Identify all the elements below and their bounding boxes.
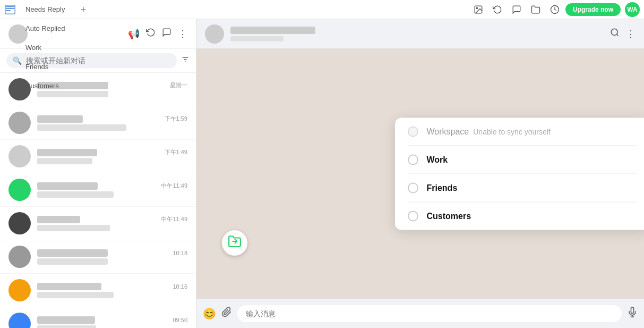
chat-preview [37,225,110,231]
folder-sync-icon [228,234,242,251]
chat-list-item[interactable]: 下午1:59 [0,106,196,140]
chat-preview [37,191,114,198]
popup-item-work[interactable]: Work [395,146,645,173]
nav-tab-customers[interactable]: Customers [20,77,76,96]
chat-avatar [8,279,31,301]
chat-info: 10:16 [37,283,187,298]
popup-label-wrap: Work [427,155,448,164]
nav-tab-friends[interactable]: Friends [20,57,76,77]
microphone-icon[interactable] [627,307,638,320]
filter-icon[interactable] [181,55,190,66]
compose-icon[interactable] [162,28,171,40]
popup-sublabel-text: Unable to sync yourself [473,127,551,136]
chat-name-row: 中午11:49 [37,215,187,223]
chat-avatar [8,212,31,234]
chat-info: 09:50 [37,316,187,329]
chat-time: 09:50 [173,317,187,323]
popup-item-friends[interactable]: Friends [395,174,645,201]
popup-radio-customers[interactable] [408,211,418,221]
add-tab-button[interactable]: + [76,0,91,19]
popup-radio-friends[interactable] [408,182,418,193]
more-options-icon[interactable]: ⋮ [178,28,187,40]
chat-list-item[interactable]: 10:16 [0,274,196,307]
chat-name-row: 10:18 [37,249,187,257]
chat-time: 下午1:49 [165,148,187,156]
user-avatar[interactable]: WA [625,2,640,17]
popup-label-text: Work [427,155,448,164]
popup-item-workspace[interactable]: WorkspaceUnable to sync yourself [395,117,645,145]
popup-item-customers[interactable]: Customers [395,202,645,230]
chat-name-row: 10:16 [37,283,187,290]
chat-preview [37,258,108,265]
popup-radio-work[interactable] [408,154,418,165]
chat-name [37,115,83,123]
announcement-icon[interactable]: 📢 [128,28,140,40]
svg-point-7 [611,29,617,35]
popup-label-text: Friends [427,183,458,192]
popup-label-text: Customers [427,211,471,221]
chat-info: 10:18 [37,249,187,265]
chat-header-avatar[interactable] [205,24,224,44]
top-navigation: AllWorkspaceUnreadAwaiting ReplyNeeds Re… [0,0,644,19]
chat-info: 下午1:59 [37,115,187,131]
svg-point-2 [476,7,477,9]
chat-list-item[interactable]: 中午11:49 [0,207,196,240]
chat-list-item[interactable]: 10:18 [0,240,196,274]
chat-time: 下午1:59 [165,115,187,123]
chat-time: 10:18 [173,250,187,256]
header-search-icon[interactable] [610,28,620,40]
nav-icon-image[interactable] [470,1,487,18]
chat-name-row: 中午11:49 [37,182,187,190]
header-more-icon[interactable]: ⋮ [626,28,636,40]
chat-preview [37,158,92,164]
popup-label-wrap: Customers [427,211,471,221]
upgrade-button[interactable]: Upgrade now [565,3,621,16]
refresh-icon[interactable] [146,28,156,40]
nav-icon-clock[interactable] [546,1,563,18]
chat-list-item[interactable]: 中午11:49 [0,173,196,207]
sync-fab-button[interactable] [222,230,247,256]
chat-name-row: 下午1:49 [37,148,187,156]
emoji-icon[interactable]: 😊 [203,307,216,320]
chat-header-status [230,36,284,41]
attach-icon[interactable] [221,307,232,320]
nav-icon-message[interactable] [508,1,525,18]
nav-icon-folder[interactable] [527,1,544,18]
popup-label-text: Workspace [427,127,469,136]
chat-avatar [8,313,31,328]
chat-name [37,182,98,190]
chat-header: ⋮ [196,19,644,49]
nav-tab-auto-replied[interactable]: Auto Replied [20,19,76,38]
message-input[interactable] [237,305,622,322]
label-sync-popup: WorkspaceUnable to sync yourselfWorkFrie… [395,117,645,230]
chat-avatar [8,112,31,134]
chat-time: 星期一 [170,81,187,89]
chat-list: 星期一下午1:59下午1:49中午11:49中午11:4910:1810:160… [0,73,196,328]
chat-preview [37,124,126,131]
nav-icon-refresh[interactable] [489,1,506,18]
chat-name-row: 下午1:59 [37,115,187,123]
chat-name [37,149,97,156]
nav-tab-work[interactable]: Work [20,38,76,57]
sidebar-actions: 📢 ⋮ [128,28,187,40]
chat-name [37,283,101,290]
nav-tabs: AllWorkspaceUnreadAwaiting ReplyNeeds Re… [20,0,76,96]
nav-tab-needs-reply[interactable]: Needs Reply [20,0,76,19]
chat-info: 下午1:49 [37,148,187,164]
chat-preview [37,292,114,298]
chat-time: 中午11:49 [161,215,187,223]
chat-name [37,249,108,257]
chat-body: WorkspaceUnable to sync yourselfWorkFrie… [196,49,644,298]
chat-header-name [230,27,315,34]
chat-avatar [8,145,31,167]
chat-header-actions: ⋮ [610,28,636,40]
chat-header-left [205,24,315,44]
chat-header-info [230,27,315,41]
chat-name [37,316,95,324]
chat-avatar [8,246,31,268]
chat-list-item[interactable]: 09:50 [0,307,196,328]
popup-label-wrap: Friends [427,183,458,192]
chat-list-item[interactable]: 下午1:49 [0,140,196,173]
app-logo [4,4,16,15]
chat-name-row: 09:50 [37,316,187,324]
